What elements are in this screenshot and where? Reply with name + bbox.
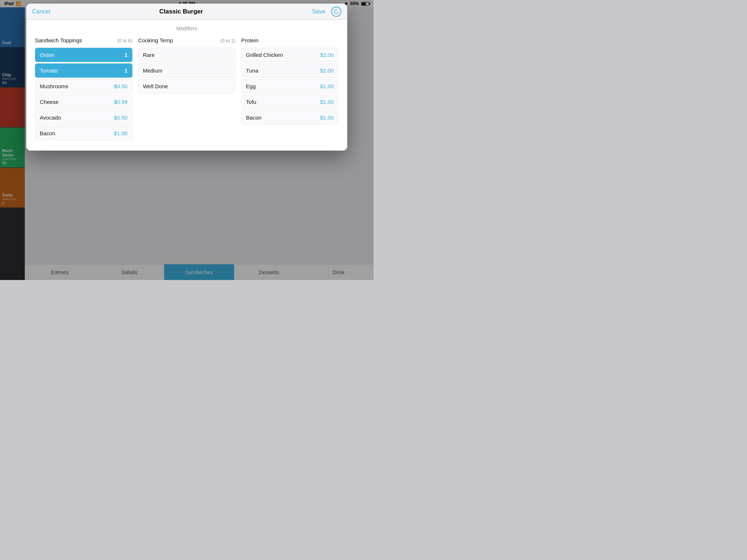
modifier-name-bacon-topping: Bacon (40, 130, 55, 136)
modifier-name-medium: Medium (143, 67, 162, 74)
sandwich-toppings-column: Sandwich Toppings (0 to 6) Onion 1 Tomat… (35, 37, 135, 142)
modifier-name-rare: Rare (143, 52, 155, 58)
modifier-row-bacon-protein[interactable]: Bacon $1.00 (241, 110, 338, 125)
modifier-price-cheese: $0.99 (114, 99, 128, 105)
modifier-row-grilled-chicken[interactable]: Grilled Chicken $2.00 (241, 48, 338, 62)
modifier-qty-tomato: 1 (124, 67, 127, 74)
sandwich-toppings-header: Sandwich Toppings (0 to 6) (35, 37, 132, 45)
cooking-temp-column: Cooking Temp (0 to 1) Rare Medium Well D… (135, 37, 239, 142)
modifier-name-tuna: Tuna (246, 67, 258, 74)
modifier-name-tofu: Tofu (246, 99, 256, 105)
modifier-row-tomato[interactable]: Tomato 1 (35, 63, 132, 78)
modifier-row-mushrooms[interactable]: Mushrooms $0.50 (35, 79, 132, 93)
modifier-row-avocado[interactable]: Avocado $0.50 (35, 110, 132, 125)
modifier-price-tofu: $1.00 (320, 99, 334, 105)
modal-overlay: Cancel Classic Burger Save Modifiers (0, 0, 374, 280)
modifiers-columns: Sandwich Toppings (0 to 6) Onion 1 Tomat… (35, 37, 338, 142)
modifier-row-cheese[interactable]: Cheese $0.99 (35, 95, 132, 109)
cooking-temp-header: Cooking Temp (0 to 1) (138, 37, 236, 45)
modifier-price-tuna: $2.00 (320, 67, 334, 74)
modifier-name-egg: Egg (246, 83, 256, 89)
protein-title: Protein (241, 37, 259, 43)
modifier-row-egg[interactable]: Egg $1.00 (241, 79, 338, 93)
modifiers-label: Modifiers (35, 26, 338, 31)
modifier-row-onion[interactable]: Onion 1 (35, 48, 132, 62)
save-button[interactable]: Save (312, 8, 325, 15)
protein-header: Protein (241, 37, 338, 45)
modifier-row-rare[interactable]: Rare (138, 48, 236, 62)
modifier-row-well-done[interactable]: Well Done (138, 79, 236, 93)
modifier-price-egg: $1.00 (320, 83, 334, 89)
modifier-row-medium[interactable]: Medium (138, 63, 236, 78)
modifier-price-avocado: $0.50 (114, 114, 128, 121)
modifier-name-well-done: Well Done (143, 83, 168, 89)
modal-title: Classic Burger (159, 8, 203, 15)
modifier-price-bacon-protein: $1.00 (320, 114, 334, 121)
cooking-temp-range: (0 to 1) (220, 38, 235, 43)
modifier-price-bacon-topping: $1.00 (114, 130, 128, 136)
modifier-name-cheese: Cheese (40, 99, 59, 105)
modifier-row-bacon-topping[interactable]: Bacon $1.00 (35, 126, 132, 140)
protein-column: Protein Grilled Chicken $2.00 Tuna $2.00… (238, 37, 338, 142)
modifier-name-avocado: Avocado (40, 114, 61, 121)
modifier-name-mushrooms: Mushrooms (40, 83, 68, 89)
modal-dialog: Cancel Classic Burger Save Modifiers (26, 4, 347, 151)
modifier-name-onion: Onion (40, 52, 54, 58)
modal-nav-bar: Cancel Classic Burger Save (26, 4, 347, 20)
modal-body: Modifiers Sandwich Toppings (0 to 6) Oni… (26, 20, 347, 151)
cooking-temp-title: Cooking Temp (138, 37, 173, 43)
modifier-row-tuna[interactable]: Tuna $2.00 (241, 63, 338, 78)
modifier-qty-onion: 1 (124, 52, 127, 58)
cancel-button[interactable]: Cancel (32, 8, 50, 15)
modifier-row-tofu[interactable]: Tofu $1.00 (241, 95, 338, 109)
modifier-price-mushrooms: $0.50 (114, 83, 128, 89)
refresh-icon[interactable] (331, 7, 341, 17)
sandwich-toppings-title: Sandwich Toppings (35, 37, 82, 43)
modifier-price-grilled-chicken: $2.00 (320, 52, 334, 58)
sandwich-toppings-range: (0 to 6) (117, 38, 132, 43)
modifier-name-bacon-protein: Bacon (246, 114, 262, 121)
modifier-name-tomato: Tomato (40, 67, 58, 74)
modifier-name-grilled-chicken: Grilled Chicken (246, 52, 283, 58)
